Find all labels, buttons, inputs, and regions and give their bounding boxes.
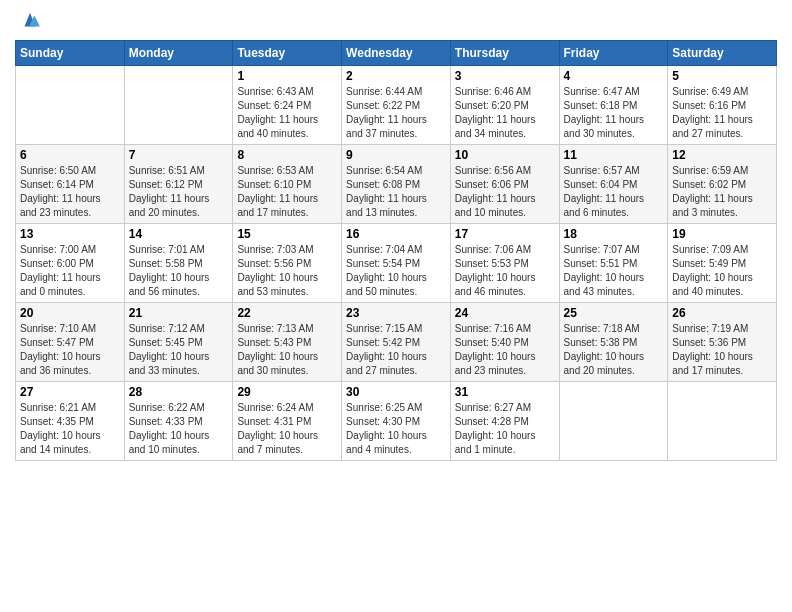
day-cell: 18Sunrise: 7:07 AM Sunset: 5:51 PM Dayli…: [559, 224, 668, 303]
day-cell: 2Sunrise: 6:44 AM Sunset: 6:22 PM Daylig…: [342, 66, 451, 145]
day-info: Sunrise: 6:25 AM Sunset: 4:30 PM Dayligh…: [346, 401, 446, 457]
weekday-header-wednesday: Wednesday: [342, 41, 451, 66]
day-info: Sunrise: 7:15 AM Sunset: 5:42 PM Dayligh…: [346, 322, 446, 378]
week-row-4: 20Sunrise: 7:10 AM Sunset: 5:47 PM Dayli…: [16, 303, 777, 382]
day-info: Sunrise: 7:10 AM Sunset: 5:47 PM Dayligh…: [20, 322, 120, 378]
day-cell: 26Sunrise: 7:19 AM Sunset: 5:36 PM Dayli…: [668, 303, 777, 382]
day-info: Sunrise: 7:13 AM Sunset: 5:43 PM Dayligh…: [237, 322, 337, 378]
weekday-header-friday: Friday: [559, 41, 668, 66]
week-row-3: 13Sunrise: 7:00 AM Sunset: 6:00 PM Dayli…: [16, 224, 777, 303]
day-info: Sunrise: 6:54 AM Sunset: 6:08 PM Dayligh…: [346, 164, 446, 220]
day-info: Sunrise: 6:46 AM Sunset: 6:20 PM Dayligh…: [455, 85, 555, 141]
day-number: 12: [672, 148, 772, 162]
day-number: 2: [346, 69, 446, 83]
day-number: 31: [455, 385, 555, 399]
day-cell: 10Sunrise: 6:56 AM Sunset: 6:06 PM Dayli…: [450, 145, 559, 224]
day-info: Sunrise: 6:24 AM Sunset: 4:31 PM Dayligh…: [237, 401, 337, 457]
day-number: 29: [237, 385, 337, 399]
day-cell: 6Sunrise: 6:50 AM Sunset: 6:14 PM Daylig…: [16, 145, 125, 224]
day-number: 26: [672, 306, 772, 320]
day-cell: 14Sunrise: 7:01 AM Sunset: 5:58 PM Dayli…: [124, 224, 233, 303]
day-info: Sunrise: 7:19 AM Sunset: 5:36 PM Dayligh…: [672, 322, 772, 378]
day-info: Sunrise: 6:50 AM Sunset: 6:14 PM Dayligh…: [20, 164, 120, 220]
day-info: Sunrise: 6:57 AM Sunset: 6:04 PM Dayligh…: [564, 164, 664, 220]
day-number: 9: [346, 148, 446, 162]
day-cell: [559, 382, 668, 461]
day-number: 10: [455, 148, 555, 162]
day-cell: 3Sunrise: 6:46 AM Sunset: 6:20 PM Daylig…: [450, 66, 559, 145]
day-number: 11: [564, 148, 664, 162]
day-cell: [668, 382, 777, 461]
day-info: Sunrise: 6:56 AM Sunset: 6:06 PM Dayligh…: [455, 164, 555, 220]
day-number: 8: [237, 148, 337, 162]
day-cell: 31Sunrise: 6:27 AM Sunset: 4:28 PM Dayli…: [450, 382, 559, 461]
day-number: 27: [20, 385, 120, 399]
day-number: 16: [346, 227, 446, 241]
day-number: 5: [672, 69, 772, 83]
weekday-header-saturday: Saturday: [668, 41, 777, 66]
day-info: Sunrise: 7:06 AM Sunset: 5:53 PM Dayligh…: [455, 243, 555, 299]
day-info: Sunrise: 7:00 AM Sunset: 6:00 PM Dayligh…: [20, 243, 120, 299]
day-cell: 1Sunrise: 6:43 AM Sunset: 6:24 PM Daylig…: [233, 66, 342, 145]
day-cell: 11Sunrise: 6:57 AM Sunset: 6:04 PM Dayli…: [559, 145, 668, 224]
day-number: 18: [564, 227, 664, 241]
day-number: 14: [129, 227, 229, 241]
day-cell: [16, 66, 125, 145]
day-cell: 23Sunrise: 7:15 AM Sunset: 5:42 PM Dayli…: [342, 303, 451, 382]
day-number: 6: [20, 148, 120, 162]
calendar-table: SundayMondayTuesdayWednesdayThursdayFrid…: [15, 40, 777, 461]
day-info: Sunrise: 7:12 AM Sunset: 5:45 PM Dayligh…: [129, 322, 229, 378]
day-cell: 16Sunrise: 7:04 AM Sunset: 5:54 PM Dayli…: [342, 224, 451, 303]
day-cell: 30Sunrise: 6:25 AM Sunset: 4:30 PM Dayli…: [342, 382, 451, 461]
week-row-5: 27Sunrise: 6:21 AM Sunset: 4:35 PM Dayli…: [16, 382, 777, 461]
day-number: 19: [672, 227, 772, 241]
day-cell: 13Sunrise: 7:00 AM Sunset: 6:00 PM Dayli…: [16, 224, 125, 303]
weekday-header-monday: Monday: [124, 41, 233, 66]
day-cell: 27Sunrise: 6:21 AM Sunset: 4:35 PM Dayli…: [16, 382, 125, 461]
day-info: Sunrise: 6:51 AM Sunset: 6:12 PM Dayligh…: [129, 164, 229, 220]
day-number: 1: [237, 69, 337, 83]
day-number: 13: [20, 227, 120, 241]
day-cell: 9Sunrise: 6:54 AM Sunset: 6:08 PM Daylig…: [342, 145, 451, 224]
weekday-header-sunday: Sunday: [16, 41, 125, 66]
day-cell: 8Sunrise: 6:53 AM Sunset: 6:10 PM Daylig…: [233, 145, 342, 224]
day-info: Sunrise: 7:16 AM Sunset: 5:40 PM Dayligh…: [455, 322, 555, 378]
day-number: 15: [237, 227, 337, 241]
day-number: 28: [129, 385, 229, 399]
logo: [15, 10, 41, 32]
day-number: 23: [346, 306, 446, 320]
day-info: Sunrise: 7:18 AM Sunset: 5:38 PM Dayligh…: [564, 322, 664, 378]
day-info: Sunrise: 6:47 AM Sunset: 6:18 PM Dayligh…: [564, 85, 664, 141]
day-cell: 7Sunrise: 6:51 AM Sunset: 6:12 PM Daylig…: [124, 145, 233, 224]
day-cell: 5Sunrise: 6:49 AM Sunset: 6:16 PM Daylig…: [668, 66, 777, 145]
day-info: Sunrise: 7:01 AM Sunset: 5:58 PM Dayligh…: [129, 243, 229, 299]
day-cell: [124, 66, 233, 145]
day-info: Sunrise: 7:07 AM Sunset: 5:51 PM Dayligh…: [564, 243, 664, 299]
day-number: 7: [129, 148, 229, 162]
day-info: Sunrise: 6:59 AM Sunset: 6:02 PM Dayligh…: [672, 164, 772, 220]
day-cell: 17Sunrise: 7:06 AM Sunset: 5:53 PM Dayli…: [450, 224, 559, 303]
day-info: Sunrise: 6:27 AM Sunset: 4:28 PM Dayligh…: [455, 401, 555, 457]
day-cell: 20Sunrise: 7:10 AM Sunset: 5:47 PM Dayli…: [16, 303, 125, 382]
week-row-2: 6Sunrise: 6:50 AM Sunset: 6:14 PM Daylig…: [16, 145, 777, 224]
day-info: Sunrise: 7:04 AM Sunset: 5:54 PM Dayligh…: [346, 243, 446, 299]
day-number: 4: [564, 69, 664, 83]
day-number: 24: [455, 306, 555, 320]
day-number: 22: [237, 306, 337, 320]
day-info: Sunrise: 6:44 AM Sunset: 6:22 PM Dayligh…: [346, 85, 446, 141]
day-cell: 4Sunrise: 6:47 AM Sunset: 6:18 PM Daylig…: [559, 66, 668, 145]
day-number: 20: [20, 306, 120, 320]
day-info: Sunrise: 6:43 AM Sunset: 6:24 PM Dayligh…: [237, 85, 337, 141]
day-cell: 15Sunrise: 7:03 AM Sunset: 5:56 PM Dayli…: [233, 224, 342, 303]
day-number: 25: [564, 306, 664, 320]
day-info: Sunrise: 6:22 AM Sunset: 4:33 PM Dayligh…: [129, 401, 229, 457]
logo-icon: [19, 10, 41, 32]
day-cell: 29Sunrise: 6:24 AM Sunset: 4:31 PM Dayli…: [233, 382, 342, 461]
day-cell: 19Sunrise: 7:09 AM Sunset: 5:49 PM Dayli…: [668, 224, 777, 303]
day-cell: 21Sunrise: 7:12 AM Sunset: 5:45 PM Dayli…: [124, 303, 233, 382]
day-cell: 22Sunrise: 7:13 AM Sunset: 5:43 PM Dayli…: [233, 303, 342, 382]
day-number: 21: [129, 306, 229, 320]
weekday-header-tuesday: Tuesday: [233, 41, 342, 66]
day-cell: 28Sunrise: 6:22 AM Sunset: 4:33 PM Dayli…: [124, 382, 233, 461]
day-number: 17: [455, 227, 555, 241]
